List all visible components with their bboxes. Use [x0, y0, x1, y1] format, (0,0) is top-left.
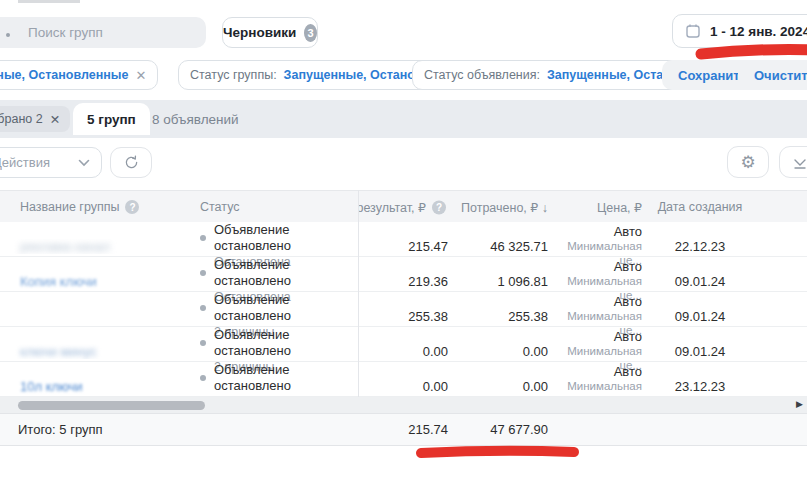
column-header-created[interactable]: Дата создания: [650, 200, 750, 214]
sort-desc-icon: ↓: [542, 201, 548, 215]
scroll-right-icon[interactable]: ▶: [796, 399, 803, 409]
group-name-link[interactable]: Копия ключи: [20, 274, 97, 289]
created-date: 09.01.24: [650, 274, 750, 289]
actions-dropdown[interactable]: Действия: [0, 147, 102, 178]
calendar-icon: [685, 23, 701, 39]
scrollbar-thumb[interactable]: [18, 401, 205, 410]
spent-value: 0.00: [450, 344, 550, 359]
created-date: 09.01.24: [650, 309, 750, 324]
help-icon[interactable]: ?: [125, 200, 139, 214]
drafts-label: Черновики: [223, 25, 296, 40]
cost-per-result-value: 215.47: [358, 239, 450, 254]
spent-value: 46 325.71: [450, 239, 550, 254]
sticky-column-divider: [358, 190, 359, 398]
table-row: Копия ключи Объявление остановлено Остан…: [0, 257, 807, 292]
totals-cost-per-result: 215.74: [358, 422, 450, 437]
table-header-row: Название группы ? Статус Цена за результ…: [0, 190, 807, 222]
table-row: ключи минус Объявление остановлено 2 при…: [0, 327, 807, 362]
status-dot-icon: [200, 270, 206, 276]
search-input[interactable]: [0, 17, 206, 48]
tab-ads[interactable]: 8 объявлений: [138, 103, 253, 135]
table-row: 10л ключи Объявление остановлено 2 причи…: [0, 362, 807, 397]
cost-per-result-value: 0.00: [358, 344, 450, 359]
group-name-link[interactable]: реклама канал: [20, 239, 110, 254]
clear-filters-button[interactable]: Очистить: [738, 60, 807, 90]
help-icon[interactable]: ?: [432, 200, 446, 214]
group-name-link[interactable]: ключи минус: [20, 344, 97, 359]
top-edge-remnant: [18, 0, 80, 3]
spent-value: 255.38: [450, 309, 550, 324]
created-date: 09.01.24: [650, 344, 750, 359]
table-row: реклама канал Объявление остановлено Ост…: [0, 222, 807, 257]
filter-chip-prefix: Статус группы:: [190, 68, 277, 82]
refresh-button[interactable]: [110, 147, 152, 178]
refresh-icon: [124, 155, 139, 170]
status-dot-icon: [200, 305, 206, 311]
gear-icon: ⚙: [740, 152, 755, 173]
spent-value: 0.00: [450, 379, 550, 394]
settings-button[interactable]: ⚙: [727, 146, 769, 178]
selected-count-label: Выбрано 2: [0, 112, 43, 126]
created-date: 22.12.23: [650, 239, 750, 254]
selected-count-chip[interactable]: Выбрано 2 ✕: [0, 106, 70, 132]
close-icon[interactable]: ✕: [50, 112, 60, 127]
groups-table: Название группы ? Статус Цена за результ…: [0, 190, 807, 397]
column-header-status[interactable]: Статус: [200, 200, 358, 214]
table-row: Объявление остановлено 2 причины 255.38 …: [0, 292, 807, 327]
cost-per-result-value: 0.00: [358, 379, 450, 394]
filter-chip-clipped[interactable]: Запущенные, Остановленные ✕: [0, 60, 158, 90]
date-range-picker[interactable]: 1 - 12 янв. 2024: [672, 14, 807, 48]
drafts-button[interactable]: Черновики 3: [222, 17, 318, 48]
column-header-name[interactable]: Название группы ?: [0, 200, 200, 214]
cost-per-result-value: 255.38: [358, 309, 450, 324]
date-range-label: 1 - 12 янв. 2024: [710, 24, 807, 39]
horizontal-scrollbar[interactable]: ▶: [0, 397, 807, 413]
status-dot-icon: [200, 235, 206, 241]
actions-dropdown-label: Действия: [0, 155, 50, 170]
filter-chip-value: Запущенные, Остановленные: [0, 68, 128, 82]
column-header-price[interactable]: Цена, ₽: [550, 200, 650, 215]
cost-per-result-value: 219.36: [358, 274, 450, 289]
export-icon: [793, 155, 807, 169]
filter-chip-prefix: Статус объявления:: [424, 68, 540, 82]
totals-spent: 47 677.90: [450, 422, 550, 437]
search-icon: [6, 33, 10, 37]
ads-manager-screen: Черновики 3 1 - 12 янв. 2024 Запущенные,…: [0, 0, 807, 487]
export-button[interactable]: [779, 146, 807, 178]
status-dot-icon: [200, 340, 206, 346]
group-name-link[interactable]: 10л ключи: [20, 379, 83, 394]
totals-row: Итого: 5 групп 215.74 47 677.90: [0, 413, 807, 446]
spent-value: 1 096.81: [450, 274, 550, 289]
status-dot-icon: [200, 375, 206, 381]
chevron-down-icon: [78, 159, 90, 167]
totals-label: Итого: 5 групп: [0, 422, 358, 437]
drafts-count-badge: 3: [304, 24, 317, 42]
close-icon[interactable]: ✕: [135, 68, 146, 83]
column-header-cost-per-result[interactable]: Цена за результат, ₽ ?: [358, 191, 450, 223]
column-header-spent[interactable]: Потрачено, ₽ ↓: [450, 200, 550, 215]
created-date: 23.12.23: [650, 379, 750, 394]
